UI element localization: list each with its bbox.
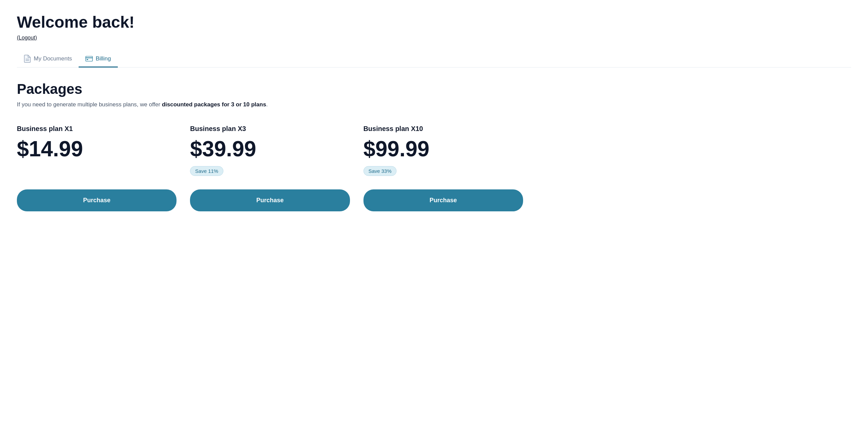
svg-rect-4 [87, 59, 88, 60]
plan-x1-badge-spacer [17, 165, 177, 177]
plan-x1-price: $14.99 [17, 138, 177, 160]
plan-x3-save-badge: Save 11% [190, 166, 223, 176]
tabs-container: My Documents Billing [17, 51, 851, 68]
packages-description: If you need to generate multiple busines… [17, 101, 851, 108]
welcome-title: Welcome back! [17, 14, 851, 31]
plan-x3-badge-spacer: Save 11% [190, 165, 350, 177]
plan-card-x1: Business plan X1 $14.99 Purchase [17, 125, 177, 211]
tab-billing[interactable]: Billing [79, 51, 117, 68]
purchase-button-x3[interactable]: Purchase [190, 189, 350, 211]
plan-x3-name: Business plan X3 [190, 125, 350, 133]
plan-x1-name: Business plan X1 [17, 125, 177, 133]
packages-title: Packages [17, 81, 851, 97]
plan-card-x3: Business plan X3 $39.99 Save 11% Purchas… [190, 125, 350, 211]
plan-x10-name: Business plan X10 [363, 125, 523, 133]
plan-card-x10: Business plan X10 $99.99 Save 33% Purcha… [363, 125, 523, 211]
svg-rect-2 [86, 56, 92, 61]
purchase-button-x1[interactable]: Purchase [17, 189, 177, 211]
credit-card-icon [85, 55, 93, 62]
description-part1: If you need to generate multiple busines… [17, 101, 162, 108]
plans-grid: Business plan X1 $14.99 Purchase Busines… [17, 125, 523, 211]
tab-my-documents[interactable]: My Documents [17, 51, 79, 68]
tab-my-documents-label: My Documents [34, 55, 72, 62]
plan-x3-price: $39.99 [190, 138, 350, 160]
plan-x10-badge-spacer: Save 33% [363, 165, 523, 177]
tab-billing-label: Billing [96, 55, 111, 62]
plan-x10-price: $99.99 [363, 138, 523, 160]
packages-section: Packages If you need to generate multipl… [17, 81, 851, 211]
logout-link[interactable]: (Logout) [17, 35, 37, 41]
plan-x10-save-badge: Save 33% [363, 166, 397, 176]
document-icon [24, 55, 31, 62]
description-bold: discounted packages for 3 or 10 plans [162, 101, 266, 108]
description-part2: . [266, 101, 268, 108]
purchase-button-x10[interactable]: Purchase [363, 189, 523, 211]
